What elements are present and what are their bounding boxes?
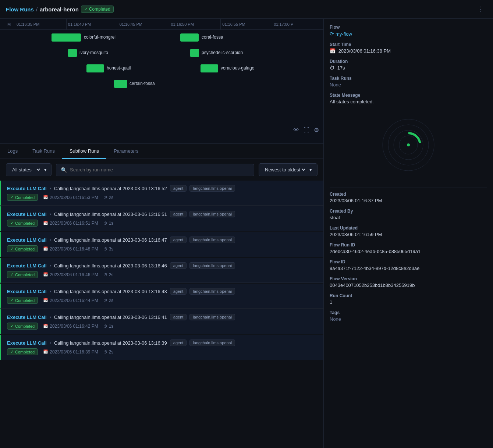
clock-icon: ⏱ bbox=[103, 221, 107, 225]
flow-link[interactable]: ⟳ my-flow bbox=[330, 31, 487, 37]
tab-parameters[interactable]: Parameters bbox=[106, 144, 146, 159]
run-label-psychedelic-scorpion: psychedelic-scorpion bbox=[202, 50, 243, 55]
tab-logs[interactable]: Logs bbox=[0, 144, 25, 159]
right-panel: Flow ⟳ my-flow Start Time 📅 2023/03/06 0… bbox=[324, 19, 493, 448]
run-status-badge: ✓ Completed bbox=[7, 271, 38, 278]
flow-version-label: Flow Version bbox=[330, 276, 487, 281]
flow-run-id-value: 2debca30-46d2-4eab-bc85-b885065d19a1 bbox=[330, 249, 487, 254]
run-name: Calling langchain.llms.openai at 2023-03… bbox=[54, 289, 167, 294]
run-block-colorful-mongrel[interactable] bbox=[52, 33, 81, 42]
flow-run-id-label: Flow Run ID bbox=[330, 242, 487, 248]
run-item-header: Execute LLM Call › Calling langchain.llm… bbox=[7, 314, 318, 320]
flow-version-value: 0043e40071052b253bd1b8b34255919b bbox=[330, 282, 487, 288]
run-status-text: Completed bbox=[15, 298, 35, 303]
run-item[interactable]: Execute LLM Call › Calling langchain.llm… bbox=[0, 309, 323, 334]
run-status-badge: ✓ Completed bbox=[7, 245, 38, 252]
run-tag: langchain.llms.openai bbox=[189, 339, 235, 346]
run-name: Calling langchain.llms.openai at 2023-03… bbox=[54, 211, 167, 217]
ruler-tick-3: 01:16:45 PM bbox=[118, 19, 169, 29]
run-status-badge: ✓ Completed bbox=[7, 194, 38, 201]
run-duration: ⏱ 1s bbox=[103, 324, 114, 329]
info-run-count: Run Count 1 bbox=[330, 293, 487, 305]
run-name: Calling langchain.llms.openai at 2023-03… bbox=[54, 186, 167, 191]
sort-filter[interactable]: Newest to oldest Oldest to newest ▾ bbox=[259, 163, 318, 176]
run-status-text: Completed bbox=[15, 350, 35, 354]
clock-icon: ⏱ bbox=[103, 298, 107, 303]
run-flow-link[interactable]: Execute LLM Call bbox=[7, 340, 47, 346]
run-flow-link[interactable]: Execute LLM Call bbox=[7, 211, 47, 217]
duration-value: ⏱ 17s bbox=[330, 65, 487, 71]
run-name-separator: › bbox=[50, 314, 51, 320]
run-tag: langchain.llms.openai bbox=[189, 211, 235, 217]
start-time-value: 📅 2023/03/06 01:16:38 PM bbox=[330, 48, 487, 54]
task-runs-label: Task Runs bbox=[330, 76, 487, 81]
calendar-icon: 📅 bbox=[43, 272, 48, 277]
flow-link-text[interactable]: my-flow bbox=[336, 31, 352, 37]
ruler-tick-0: M bbox=[7, 22, 15, 26]
run-flow-link[interactable]: Execute LLM Call bbox=[7, 314, 47, 320]
info-state-message: State Message All states completed. bbox=[330, 93, 487, 104]
info-flow-id: Flow ID 9a4a371f-7122-4b34-897d-12d8c8e2… bbox=[330, 259, 487, 271]
run-item-header: Execute LLM Call › Calling langchain.llm… bbox=[7, 262, 318, 269]
calendar-icon: 📅 bbox=[43, 298, 48, 303]
run-item[interactable]: Execute LLM Call › Calling langchain.llm… bbox=[0, 181, 323, 206]
clock-icon: ⏱ bbox=[103, 324, 107, 328]
run-item-meta: ✓ Completed 📅 2023/03/06 01:16:39 PM ⏱ 2… bbox=[7, 348, 318, 355]
ruler-tick-2: 01:16:40 PM bbox=[66, 19, 118, 29]
run-duration: ⏱ 2s bbox=[103, 272, 114, 277]
tab-task-runs[interactable]: Task Runs bbox=[25, 144, 62, 159]
run-duration: ⏱ 2s bbox=[103, 349, 114, 355]
run-item[interactable]: Execute LLM Call › Calling langchain.llm… bbox=[0, 335, 323, 360]
run-item[interactable]: Execute LLM Call › Calling langchain.llm… bbox=[0, 206, 323, 231]
run-flow-link[interactable]: Execute LLM Call bbox=[7, 237, 47, 243]
run-flow-link[interactable]: Execute LLM Call bbox=[7, 263, 47, 269]
run-tag: langchain.llms.openai bbox=[189, 288, 235, 295]
created-label: Created bbox=[330, 192, 487, 197]
tabs: Logs Task Runs Subflow Runs Parameters bbox=[0, 144, 323, 159]
run-item[interactable]: Execute LLM Call › Calling langchain.llm… bbox=[0, 284, 323, 309]
timeline-fullscreen-button[interactable]: ⛶ bbox=[304, 127, 309, 134]
run-tag: langchain.llms.openai bbox=[189, 185, 235, 192]
clock-icon: ⏱ bbox=[103, 273, 107, 277]
run-name-separator: › bbox=[50, 237, 51, 242]
state-select-input[interactable]: All states Completed Failed Running Pend… bbox=[11, 167, 41, 173]
run-date: 📅 2023/03/06 01:16:48 PM bbox=[43, 246, 98, 252]
left-panel: M 01:16:35 PM 01:16:40 PM 01:16:45 PM 01… bbox=[0, 19, 324, 448]
run-item[interactable]: Execute LLM Call › Calling langchain.llm… bbox=[0, 232, 323, 257]
breadcrumb-flow-runs[interactable]: Flow Runs bbox=[6, 6, 34, 13]
run-block-certain-fossa[interactable] bbox=[114, 80, 127, 88]
run-tag: langchain.llms.openai bbox=[189, 237, 235, 243]
calendar-icon: 📅 bbox=[330, 48, 336, 54]
breadcrumb-separator: / bbox=[36, 6, 38, 13]
timeline-settings-button[interactable]: ⚙ bbox=[314, 127, 319, 134]
run-block-voracious-galago[interactable] bbox=[201, 64, 218, 72]
run-flow-link[interactable]: Execute LLM Call bbox=[7, 186, 47, 191]
run-status-text: Completed bbox=[15, 273, 35, 277]
sort-chevron-icon: ▾ bbox=[309, 167, 312, 173]
run-block-ivory-mosquito[interactable] bbox=[68, 49, 77, 57]
search-input[interactable] bbox=[70, 167, 249, 173]
clock-icon: ⏱ bbox=[330, 65, 334, 71]
check-icon: ✓ bbox=[10, 246, 14, 251]
tab-subflow-runs[interactable]: Subflow Runs bbox=[62, 144, 106, 159]
run-name: Calling langchain.llms.openai at 2023-03… bbox=[54, 314, 167, 320]
sort-select-input[interactable]: Newest to oldest Oldest to newest bbox=[263, 167, 306, 173]
created-by-value: stoat bbox=[330, 215, 487, 220]
run-block-psychedelic-scorpion[interactable] bbox=[190, 49, 199, 57]
run-flow-link[interactable]: Execute LLM Call bbox=[7, 289, 47, 294]
run-item[interactable]: Execute LLM Call › Calling langchain.llm… bbox=[0, 258, 323, 283]
tags-value: None bbox=[330, 316, 487, 322]
flow-id-value: 9a4a371f-7122-4b34-897d-12d8c8e2d3ae bbox=[330, 266, 487, 271]
state-filter[interactable]: All states Completed Failed Running Pend… bbox=[6, 163, 52, 176]
flow-label: Flow bbox=[330, 25, 487, 30]
search-icon: 🔍 bbox=[61, 167, 67, 173]
timeline-eye-button[interactable]: 👁 bbox=[293, 127, 299, 134]
run-duration: ⏱ 1s bbox=[103, 221, 114, 226]
flow-id-label: Flow ID bbox=[330, 259, 487, 264]
run-block-honest-quail[interactable] bbox=[86, 64, 104, 72]
calendar-icon: 📅 bbox=[43, 246, 48, 251]
calendar-icon: 📅 bbox=[43, 195, 48, 200]
run-block-coral-fossa[interactable] bbox=[180, 33, 199, 42]
kebab-menu-button[interactable]: ⋮ bbox=[475, 4, 487, 15]
run-status-badge: ✓ Completed bbox=[7, 348, 38, 355]
